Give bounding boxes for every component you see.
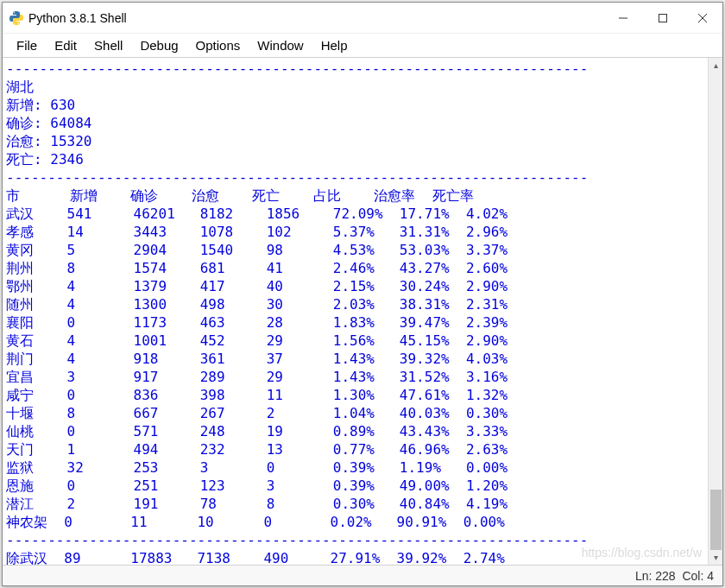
statusbar: Ln: 228 Col: 4 [3,565,722,585]
shell-line: 确诊: 64084 [6,114,704,132]
shell-line: ----------------------------------------… [6,168,704,187]
close-button[interactable] [683,3,722,33]
window-frame: Python 3.8.1 Shell File Edit Shell Debug… [2,2,723,586]
status-col-label: Col: [682,569,703,583]
shell-line: 神农架 0 11 10 0 0.02% 90.91% 0.00% [6,513,704,531]
menu-window[interactable]: Window [249,36,312,54]
menu-edit[interactable]: Edit [46,36,85,54]
shell-text-area[interactable]: ----------------------------------------… [3,58,708,565]
status-line: 228 [655,569,675,583]
svg-point-1 [18,22,19,23]
shell-line: 市 新增 确诊 治愈 死亡 占比 治愈率 死亡率 [6,187,704,205]
menu-options[interactable]: Options [187,36,249,54]
vertical-scrollbar[interactable]: ▴ ▾ [708,58,722,565]
shell-line: 除武汉 89 17883 7138 490 27.91% 39.92% 2.74… [6,549,704,565]
python-icon [9,11,23,25]
menu-help[interactable]: Help [312,36,356,54]
shell-line: 天门 1 494 232 13 0.77% 46.96% 2.63% [6,440,704,458]
shell-line: 湖北 [6,78,704,96]
minimize-button[interactable] [603,3,643,33]
shell-line: 黄冈 5 2904 1540 98 4.53% 53.03% 3.37% [6,241,704,259]
status-col: 4 [707,569,714,583]
window-controls [603,3,722,33]
svg-rect-3 [659,14,667,22]
shell-line: 孝感 14 3443 1078 102 5.37% 31.31% 2.96% [6,223,704,241]
shell-line: 恩施 0 251 123 3 0.39% 49.00% 1.20% [6,477,704,495]
shell-line: 襄阳 0 1173 463 28 1.83% 39.47% 2.39% [6,313,704,332]
shell-line: 荆门 4 918 361 37 1.43% 39.32% 4.03% [6,350,704,368]
shell-line: ----------------------------------------… [6,60,704,78]
shell-line: 鄂州 4 1379 417 40 2.15% 30.24% 2.90% [6,277,704,295]
scroll-up-icon[interactable]: ▴ [709,58,722,73]
shell-line: 十堰 8 667 267 2 1.04% 40.03% 0.30% [6,404,704,422]
status-line-label: Ln: [635,569,652,583]
menu-file[interactable]: File [8,36,46,54]
maximize-button[interactable] [643,3,683,33]
menu-shell[interactable]: Shell [85,36,131,54]
titlebar[interactable]: Python 3.8.1 Shell [3,3,722,34]
shell-line: 死亡: 2346 [6,150,704,168]
scroll-thumb[interactable] [710,490,722,550]
content: ----------------------------------------… [3,58,722,565]
shell-line: 荆州 8 1574 681 41 2.46% 43.27% 2.60% [6,259,704,277]
shell-line: 咸宁 0 836 398 11 1.30% 47.61% 1.32% [6,386,704,404]
svg-point-0 [14,12,15,13]
window-title: Python 3.8.1 Shell [28,11,603,25]
menubar: File Edit Shell Debug Options Window Hel… [3,34,722,58]
shell-line: 监狱 32 253 3 0 0.39% 1.19% 0.00% [6,458,704,477]
shell-line: 新增: 630 [6,96,704,114]
shell-line: 武汉 541 46201 8182 1856 72.09% 17.71% 4.0… [6,205,704,223]
shell-line: 仙桃 0 571 248 19 0.89% 43.43% 3.33% [6,422,704,440]
shell-line: 随州 4 1300 498 30 2.03% 38.31% 2.31% [6,295,704,313]
shell-line: 治愈: 15320 [6,132,704,150]
scroll-down-icon[interactable]: ▾ [709,550,722,565]
shell-line: 潜江 2 191 78 8 0.30% 40.84% 4.19% [6,495,704,513]
shell-line: ----------------------------------------… [6,531,704,549]
menu-debug[interactable]: Debug [131,36,186,54]
shell-line: 宜昌 3 917 289 29 1.43% 31.52% 3.16% [6,368,704,386]
shell-line: 黄石 4 1001 452 29 1.56% 45.15% 2.90% [6,332,704,350]
